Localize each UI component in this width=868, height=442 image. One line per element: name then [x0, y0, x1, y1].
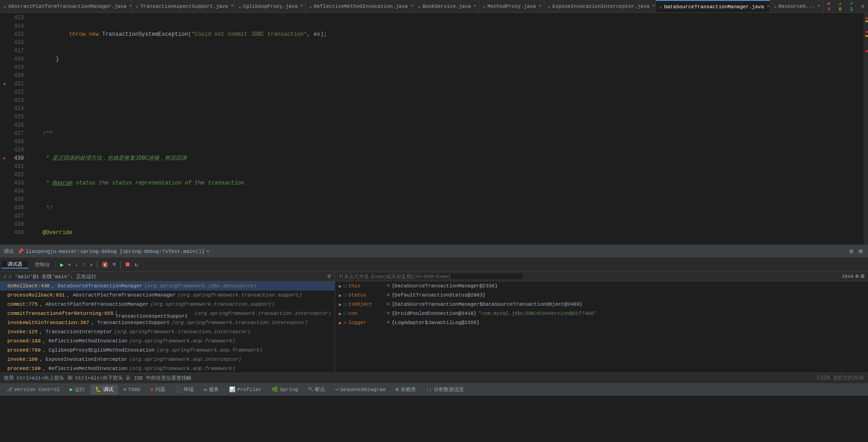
- tab-TransactionAspectSupport[interactable]: ☕ TransactionAspectSupport.java ×: [132, 0, 235, 12]
- frame-method-7: proceed:780: [7, 347, 41, 353]
- step-over-icon[interactable]: ↷: [66, 261, 73, 269]
- restart-icon[interactable]: ↻: [133, 261, 140, 269]
- java-icon: ☕: [483, 4, 486, 9]
- frame-pkg-5: (org.springframework.transaction.interce…: [114, 329, 250, 335]
- ln-415: 415: [11, 30, 24, 39]
- stack-frame-2[interactable]: commit:775 , AbstractPlatformTransaction…: [0, 300, 335, 309]
- stack-frame-5[interactable]: invoke:125 , TransactionInterceptor (org…: [0, 327, 335, 336]
- run-icon: ▶: [70, 386, 73, 392]
- expand-arrow-txobject[interactable]: ▶: [339, 302, 342, 308]
- bottom-tab-debug[interactable]: 🐛 调试: [90, 385, 118, 395]
- step-into-icon[interactable]: ↓: [73, 261, 80, 268]
- mute-icon[interactable]: 🔇: [100, 261, 110, 269]
- gutter-437: [0, 212, 9, 220]
- code-editor[interactable]: throw new TransactionSystemException("Co…: [28, 13, 863, 245]
- close-icon[interactable]: ×: [473, 3, 477, 9]
- gutter-439: [0, 229, 9, 237]
- tab-MethodProxy[interactable]: ☕ MethodProxy.java ×: [479, 0, 544, 12]
- tab-AbstractPlatformTransactionManager[interactable]: ☕ AbstractPlatformTransactionManager.jav…: [0, 0, 132, 12]
- arrow-icon[interactable]: ∧: [861, 3, 864, 9]
- gutter-433: [0, 179, 9, 187]
- close-session-icon[interactable]: ×: [206, 249, 209, 254]
- expand-arrow-status[interactable]: ▶: [339, 292, 342, 298]
- stack-frame-8[interactable]: invoke:100 , ExposeInvocationInterceptor…: [0, 355, 335, 364]
- var-logger[interactable]: ▶ ∞ logger = {LogAdapter$JavaUtilLog@235…: [335, 318, 868, 327]
- close-icon[interactable]: ×: [538, 3, 543, 9]
- stop-icon[interactable]: ⏹: [123, 261, 132, 268]
- var-con[interactable]: ▶ □ con = {DruidPooledConnection@3410} "…: [335, 309, 868, 318]
- get-frames-icon[interactable]: ≡: [111, 261, 118, 268]
- error-badges: ⊗ 4 ⚠ 8 ✓ 1 ∧: [823, 0, 868, 12]
- stack-frame-7[interactable]: proceed:780 , CglibAopProxy$CglibMethodI…: [0, 346, 335, 355]
- tab-ReflectiveMethodInvocation[interactable]: ☕ ReflectiveMethodInvocation.java ×: [306, 0, 414, 12]
- stack-frame-4[interactable]: invokeWithinTransaction:397 , Transactio…: [0, 318, 335, 327]
- ln-424: 424: [11, 105, 24, 113]
- expand-arrow-this[interactable]: ▶: [339, 283, 342, 289]
- gutter-435: [0, 196, 9, 204]
- ln-439: 439: [11, 229, 24, 237]
- stack-frame-1[interactable]: processRollback:931 , AbstractPlatformTr…: [0, 291, 335, 300]
- stack-frame-9[interactable]: proceed:199 , ReflectiveMethodInvocation…: [0, 364, 335, 373]
- stack-frame-6[interactable]: proceed:199 , ReflectiveMethodInvocation…: [0, 336, 335, 346]
- var-this[interactable]: ▶ □ this = {DataSourceTransactionManager…: [335, 281, 868, 291]
- ln-438: 438: [11, 220, 24, 229]
- debug-settings-icon[interactable]: ⚙: [847, 247, 855, 255]
- var-status[interactable]: ▶ □ status = {DefaultTransactionStatus@2…: [335, 291, 868, 300]
- stack-frame-3[interactable]: commitTransactionAfterReturning:655 , Tr…: [0, 309, 335, 318]
- java-icon: ☕: [660, 4, 662, 10]
- tab-debugger[interactable]: 调试器: [2, 261, 28, 269]
- expand-arrow-logger[interactable]: ▶: [339, 320, 342, 326]
- variables-panel: Java ⊕ ⊞ ▶ □ this = {DataSourceTransacti…: [335, 272, 868, 373]
- debug-layout-icon[interactable]: ⊞: [857, 247, 864, 255]
- bottom-tab-version-control[interactable]: ⎇ Version Control: [2, 385, 64, 395]
- bottom-tab-problems[interactable]: ⊗ 问题: [146, 385, 170, 395]
- stack-frame-0[interactable]: doRollback:430 , DataSourceTransactionMa…: [0, 281, 335, 291]
- bottom-tab-run[interactable]: ▶ 运行: [65, 385, 90, 395]
- gutter-429: [0, 146, 9, 154]
- tab-CglibAopProxy[interactable]: ☕ CglibAopProxy.java ×: [235, 0, 305, 12]
- bottom-tab-dependencies[interactable]: ⊞ 依赖类: [391, 385, 420, 395]
- eval-input[interactable]: [339, 274, 522, 279]
- debug-icon-toolbar: 调试器 控制台 ▶ ↷ ↓ ↑ ↗ 🔇 ≡ ⏹ ↻: [0, 258, 868, 272]
- tab-ResourceH[interactable]: ☕ ResourceH... ×: [770, 0, 823, 12]
- run-icon: ✓: [4, 274, 7, 280]
- close-icon[interactable]: ×: [299, 3, 304, 9]
- terminal-icon: ⬛: [175, 386, 182, 392]
- frame-pkg-4: (org.springframework.transaction.interce…: [172, 320, 308, 325]
- editor-scrollbar[interactable]: [863, 13, 868, 245]
- override-icon: ●: [3, 82, 6, 87]
- vars-layout-icon[interactable]: ⊞: [861, 273, 864, 280]
- close-icon[interactable]: ×: [230, 3, 235, 9]
- bottom-tab-sequence[interactable]: ⟶ SequenceDiagram: [330, 385, 390, 395]
- vars-header: Java ⊕ ⊞: [335, 272, 868, 281]
- tab-ExposeInvocationInterceptor[interactable]: ☕ ExposeInvocationInterceptor.java ×: [544, 0, 656, 12]
- step-out-icon[interactable]: ↑: [80, 261, 87, 268]
- scroll-warning-2: [865, 35, 868, 37]
- bottom-tab-spring[interactable]: 🌿 Spring: [267, 385, 303, 395]
- close-icon[interactable]: ×: [766, 4, 770, 10]
- java-icon: ☕: [238, 4, 241, 9]
- bottom-tab-breakpoints[interactable]: ⛏ 断点: [303, 385, 330, 395]
- filter-icon[interactable]: ▽: [327, 273, 331, 280]
- bottom-tab-profiler[interactable]: 📊 Profiler: [224, 385, 266, 395]
- bottom-tab-terminal[interactable]: ⬛ 终端: [171, 385, 198, 395]
- call-stack-panel: ✓ ✓ 'main'@1 在线'main': 正在运行 ▽ doRollback…: [0, 272, 335, 373]
- bottom-tab-services[interactable]: ✉ 服务: [199, 385, 224, 395]
- ln-422: 422: [11, 88, 24, 96]
- expand-arrow-con[interactable]: ▶: [339, 311, 342, 317]
- run-cursor-icon[interactable]: ↗: [88, 261, 94, 269]
- resume-icon[interactable]: ▶: [59, 261, 65, 269]
- bottom-tab-todo[interactable]: ≡ TODO: [119, 385, 145, 395]
- vars-settings-icon[interactable]: ⊕: [855, 273, 859, 280]
- gutter-428: [0, 138, 9, 146]
- close-icon[interactable]: ×: [409, 3, 414, 9]
- var-txObject[interactable]: ▶ □ txObject = {DataSourceTransactionMan…: [335, 300, 868, 309]
- java-icon: ☕: [548, 4, 551, 9]
- tab-DataSourceTransactionManager[interactable]: ☕ DataSourceTransactionManager.java ×: [656, 0, 770, 12]
- close-icon[interactable]: ×: [817, 3, 821, 9]
- bottom-tab-dataflow[interactable]: ↑↓ 分析数据流至: [421, 385, 469, 395]
- tab-console[interactable]: 控制台: [29, 261, 56, 268]
- scroll-error-1: [865, 17, 868, 19]
- tab-BookService[interactable]: ☕ BookService.java ×: [414, 0, 479, 12]
- close-icon[interactable]: ×: [651, 3, 656, 9]
